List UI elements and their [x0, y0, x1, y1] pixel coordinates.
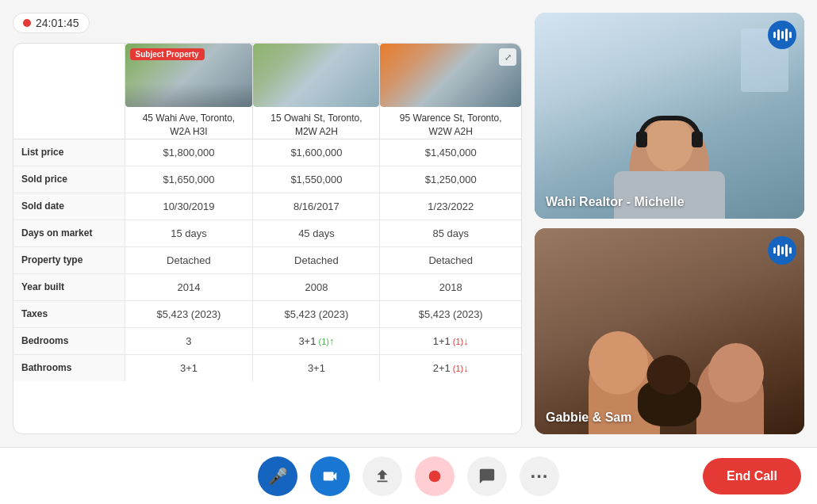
row-label: List price — [13, 139, 125, 166]
realtor-figure — [535, 13, 804, 219]
property-header-row: Subject Property 45 Wahi Ave, Toronto, W… — [13, 44, 521, 139]
more-button[interactable]: ··· — [520, 456, 559, 496]
audio-bar — [773, 32, 776, 38]
clients-video-card: Gabbie & Sam — [535, 228, 804, 434]
left-panel: 24:01:45 Subject Property — [13, 13, 522, 434]
record-button[interactable] — [415, 456, 455, 496]
toolbar: 🎤 ··· End Call — [0, 447, 817, 504]
clients-label: Gabbie & Sam — [546, 410, 631, 425]
audio-bars-clients — [773, 244, 792, 257]
cell-value: $1,650,000 — [125, 166, 253, 193]
cell-value: 3 — [125, 327, 253, 354]
share-button[interactable] — [362, 456, 402, 496]
cell-value: $1,800,000 — [125, 139, 253, 166]
table-row: Property typeDetachedDetachedDetached — [13, 246, 521, 273]
property-image-3: ⤢ — [380, 44, 521, 107]
audio-bar — [773, 247, 776, 254]
right-panel: Wahi Realtor - Michelle — [535, 13, 804, 434]
address-3: 95 Warence St, Toronto, W2W A2H — [380, 112, 521, 139]
row-label: Taxes — [13, 300, 125, 327]
property-col-3: ⤢ 95 Warence St, Toronto, W2W A2H — [380, 44, 521, 139]
chat-icon — [478, 468, 496, 485]
table-row: Taxes$5,423 (2023)$5,423 (2023)$5,423 (2… — [13, 300, 521, 327]
table-row: List price$1,800,000$1,600,000$1,450,000 — [13, 139, 521, 166]
cell-value: 3+1 (1)↑ — [253, 327, 380, 354]
realtor-audio-indicator — [768, 21, 796, 49]
table-row: Year built201420082018 — [13, 273, 521, 300]
cell-value: Detached — [125, 246, 253, 273]
cell-value: Detached — [380, 246, 521, 273]
property-image-1: Subject Property — [125, 44, 253, 107]
audio-bar — [785, 244, 788, 257]
row-label: Property type — [13, 246, 125, 273]
cell-value: 1+1 (1)↓ — [380, 327, 521, 354]
cell-value: 2008 — [253, 273, 380, 300]
row-label: Sold date — [13, 193, 125, 220]
subject-badge: Subject Property — [130, 48, 205, 60]
cell-value: 3+1 — [125, 354, 253, 381]
audio-bar — [789, 32, 792, 38]
audio-bar — [789, 247, 792, 254]
svg-point-0 — [429, 470, 441, 482]
timer-bar: 24:01:45 — [13, 13, 522, 33]
chat-button[interactable] — [467, 456, 507, 496]
table-row: Days on market15 days45 days85 days — [13, 220, 521, 246]
expand-icon[interactable]: ⤢ — [499, 48, 516, 66]
cell-value: $5,423 (2023) — [380, 300, 521, 327]
end-call-button[interactable]: End Call — [703, 458, 801, 494]
cell-value: 2+1 (1)↓ — [380, 354, 521, 381]
address-1: 45 Wahi Ave, Toronto, W2A H3I — [125, 112, 253, 139]
property-col-1: Subject Property 45 Wahi Ave, Toronto, W… — [125, 44, 253, 139]
cell-value: 85 days — [380, 220, 521, 246]
mic-button[interactable]: 🎤 — [258, 456, 297, 496]
audio-bar — [781, 31, 784, 39]
cell-value: $1,250,000 — [380, 166, 521, 193]
recording-dot — [23, 19, 31, 27]
realtor-label: Wahi Realtor - Michelle — [546, 195, 685, 209]
cell-value: $1,600,000 — [253, 139, 380, 166]
row-label: Bedrooms — [13, 327, 125, 354]
property-image-2 — [253, 44, 379, 107]
cell-value: $1,450,000 — [380, 139, 521, 166]
clients-audio-indicator — [768, 236, 796, 265]
cell-value: 1/23/2022 — [380, 193, 521, 220]
audio-bar — [777, 245, 780, 256]
cell-value: 2014 — [125, 273, 253, 300]
cell-value: 10/30/2019 — [125, 193, 253, 220]
cell-value: 15 days — [125, 220, 253, 246]
audio-bar — [785, 29, 788, 41]
table-row: Sold date10/30/20198/16/20171/23/2022 — [13, 193, 521, 220]
row-label: Bathrooms — [13, 354, 125, 381]
cell-value: $1,550,000 — [253, 166, 380, 193]
table-row: Bathrooms3+13+12+1 (1)↓ — [13, 354, 521, 381]
camera-button[interactable] — [310, 456, 350, 496]
audio-bar — [781, 246, 784, 254]
table-row: Sold price$1,650,000$1,550,000$1,250,000 — [13, 166, 521, 193]
realtor-video-card: Wahi Realtor - Michelle — [535, 13, 804, 219]
cell-value: $5,423 (2023) — [253, 300, 380, 327]
cell-value: 8/16/2017 — [253, 193, 380, 220]
cell-value: Detached — [253, 246, 380, 273]
audio-bars-realtor — [773, 29, 792, 41]
cell-value: 45 days — [253, 220, 380, 246]
property-col-2: 15 Owahi St, Toronto, M2W A2H — [253, 44, 380, 139]
address-2: 15 Owahi St, Toronto, M2W A2H — [253, 112, 379, 139]
cell-value: 2018 — [380, 273, 521, 300]
row-label: Days on market — [13, 220, 125, 246]
cell-value: $5,423 (2023) — [125, 300, 253, 327]
camera-icon — [321, 468, 339, 485]
property-comparison-table: Subject Property 45 Wahi Ave, Toronto, W… — [13, 43, 522, 434]
timer-badge: 24:01:45 — [13, 13, 90, 33]
row-label: Sold price — [13, 166, 125, 193]
cell-value: 3+1 — [253, 354, 380, 381]
record-icon — [426, 468, 443, 485]
row-label: Year built — [13, 273, 125, 300]
table-row: Bedrooms33+1 (1)↑1+1 (1)↓ — [13, 327, 521, 354]
timer-value: 24:01:45 — [36, 17, 79, 29]
audio-bar — [777, 29, 780, 40]
header-empty-cell — [13, 44, 125, 139]
share-icon — [374, 468, 391, 485]
